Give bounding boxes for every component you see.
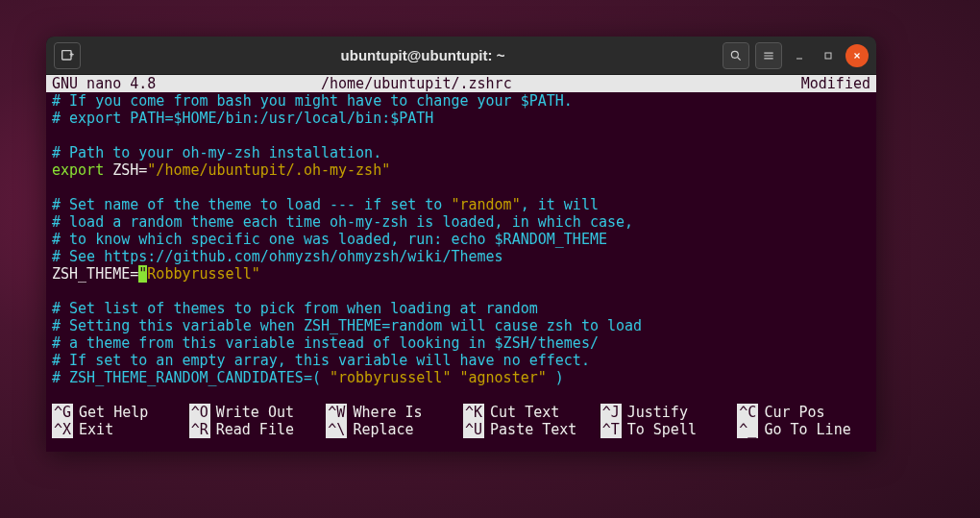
editor-line: # See https://github.com/ohmyzsh/ohmyzsh… [52, 248, 503, 265]
window-title: ubuntupit@ubuntupit: ~ [169, 47, 676, 63]
maximize-button[interactable] [817, 44, 840, 67]
menu-button[interactable] [755, 42, 782, 69]
titlebar-left [54, 42, 169, 69]
editor-line: # ZSH_THEME_RANDOM_CANDIDATES=( "robbyru… [52, 369, 870, 386]
editor-line: # If you come from bash you might have t… [52, 92, 573, 110]
titlebar-right [676, 42, 869, 69]
shortcut-replace: ^\Replace [326, 421, 459, 438]
shortcut-read-file: ^RRead File [189, 421, 323, 438]
shortcut-go-to-line: ^_Go To Line [737, 421, 870, 438]
shortcut-cur-pos: ^CCur Pos [737, 404, 870, 421]
svg-rect-9 [825, 53, 831, 59]
editor-line [52, 283, 870, 300]
editor-line [52, 386, 870, 404]
minimize-button[interactable] [788, 44, 811, 67]
search-button[interactable] [723, 42, 749, 69]
nano-header: GNU nano 4.8 /home/ubuntupit/.zshrc Modi… [46, 75, 876, 92]
shortcut-where-is: ^WWhere Is [326, 404, 459, 421]
new-tab-button[interactable] [54, 42, 81, 69]
svg-line-4 [738, 57, 741, 60]
svg-rect-0 [62, 50, 71, 59]
svg-point-3 [731, 51, 738, 58]
editor-line [52, 179, 870, 196]
editor-line: # If set to an empty array, this variabl… [52, 352, 590, 369]
nano-shortcuts-row2: ^XExit ^RRead File ^\Replace ^UPaste Tex… [46, 421, 876, 438]
editor-line: # to know which specific one was loaded,… [52, 231, 607, 248]
shortcut-to-spell: ^TTo Spell [600, 421, 734, 438]
shortcut-justify: ^JJustify [600, 404, 734, 421]
editor-line [52, 127, 870, 144]
shortcut-write-out: ^OWrite Out [189, 404, 323, 421]
nano-filepath: /home/ubuntupit/.zshrc [321, 75, 774, 92]
editor-line: # Setting this variable when ZSH_THEME=r… [52, 317, 642, 334]
cursor: " [138, 265, 147, 283]
editor-line: # export PATH=$HOME/bin:/usr/local/bin:$… [52, 110, 433, 127]
nano-version: GNU nano 4.8 [52, 75, 321, 92]
editor-line: # Set name of the theme to load --- if s… [52, 196, 870, 213]
shortcut-paste-text: ^UPaste Text [463, 421, 597, 438]
shortcut-exit: ^XExit [52, 421, 185, 438]
terminal-window: ubuntupit@ubuntupit: ~ GNU nano 4.8 /hom… [46, 37, 876, 452]
editor-line: # load a random theme each time oh-my-zs… [52, 213, 633, 231]
nano-status: Modified [774, 75, 870, 92]
editor-line: # a theme from this variable instead of … [52, 334, 599, 352]
editor-content[interactable]: # If you come from bash you might have t… [46, 92, 876, 404]
editor-line: # Path to your oh-my-zsh installation. [52, 144, 381, 161]
editor-line: # Set list of themes to pick from when l… [52, 300, 538, 317]
titlebar: ubuntupit@ubuntupit: ~ [46, 37, 876, 75]
shortcut-cut-text: ^KCut Text [463, 404, 597, 421]
close-button[interactable] [845, 44, 869, 67]
shortcut-get-help: ^GGet Help [52, 404, 185, 421]
editor-line: export ZSH="/home/ubuntupit/.oh-my-zsh" [52, 161, 870, 179]
editor-line: ZSH_THEME="Robbyrussell" [52, 265, 870, 283]
terminal-area[interactable]: GNU nano 4.8 /home/ubuntupit/.zshrc Modi… [46, 75, 876, 438]
nano-shortcuts-row1: ^GGet Help ^OWrite Out ^WWhere Is ^KCut … [46, 404, 876, 421]
